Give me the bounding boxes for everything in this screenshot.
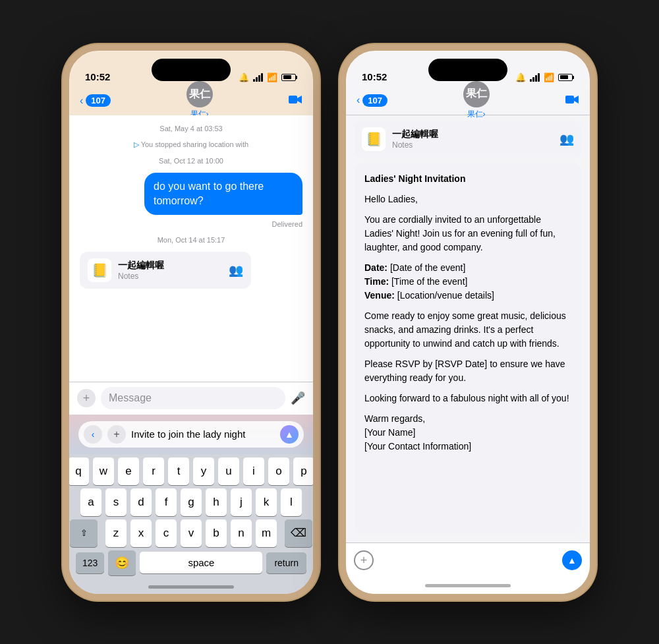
keyboard-row-2: a s d f g h j k l: [69, 485, 313, 516]
siri-add-button[interactable]: +: [107, 425, 126, 444]
back-badge[interactable]: 107: [86, 94, 111, 107]
back-badge-right[interactable]: 107: [362, 94, 387, 107]
notes-card-right[interactable]: 📒 一起編輯喔 Notes 👥: [354, 121, 582, 158]
key-o[interactable]: o: [268, 457, 289, 485]
date-label: Date:: [364, 262, 387, 273]
key-c[interactable]: c: [156, 519, 177, 547]
key-x[interactable]: x: [130, 519, 152, 547]
key-n[interactable]: n: [231, 519, 252, 547]
left-phone: 10:52 🔔 📶 ‹ 107 果仁: [63, 44, 320, 600]
contact-placeholder: [Your Contact Information]: [364, 441, 471, 452]
keyboard-row-3: ⇧ z x c v b n m ⌫: [69, 516, 313, 547]
key-g[interactable]: g: [181, 488, 202, 516]
key-u[interactable]: u: [218, 457, 239, 485]
notes-title-right: 一起編輯喔: [392, 129, 438, 140]
notes-app-icon-right: 📒: [362, 127, 386, 151]
venue-label: Venue:: [364, 290, 395, 301]
wifi-icon: 📶: [267, 73, 277, 82]
key-j[interactable]: j: [231, 488, 252, 516]
home-bar: [148, 585, 234, 589]
battery-icon: [281, 74, 297, 81]
key-d[interactable]: d: [130, 488, 152, 516]
person-icon: 👥: [229, 263, 243, 278]
bell-icon: 🔔: [239, 73, 249, 82]
signal-icon-right: [530, 73, 540, 82]
delivered-label: Delivered: [272, 220, 302, 228]
key-return[interactable]: return: [266, 552, 306, 573]
ai-message-bubble: Ladies' Night Invitation Hello Ladies, Y…: [354, 163, 582, 535]
wifi-icon-right: 📶: [544, 73, 554, 82]
keyboard-bottom-row: 123 😊 space return: [69, 547, 313, 581]
chevron-left-icon: ‹: [80, 95, 83, 107]
paragraph3: Please RSVP by [RSVP Date] to ensure we …: [364, 357, 571, 385]
right-send-button[interactable]: ▲: [562, 550, 582, 570]
message-input-bar: + Message 🎤: [69, 382, 313, 415]
key-space[interactable]: space: [140, 552, 262, 573]
date-value: [Date of the event]: [390, 262, 465, 273]
key-emoji[interactable]: 😊: [108, 550, 136, 575]
dynamic-island-right: [428, 59, 507, 81]
timestamp-3: Mon, Oct 14 at 15:17: [80, 236, 302, 244]
key-b[interactable]: b: [206, 519, 227, 547]
status-icons-right: 🔔 📶: [515, 73, 574, 82]
right-phone: 10:52 🔔 📶 ‹ 107 果仁: [339, 44, 596, 600]
nav-bar-left: ‹ 107 果仁 果仁›: [69, 86, 313, 115]
back-button-left[interactable]: ‹ 107: [80, 94, 111, 107]
siri-input-area: ‹ + Invite to join the lady night ▲: [69, 415, 313, 454]
key-k[interactable]: k: [256, 488, 277, 516]
time-label: Time:: [364, 276, 389, 287]
key-h[interactable]: h: [206, 488, 227, 516]
event-details: Date: [Date of the event] Time: [Time of…: [364, 261, 571, 303]
key-z[interactable]: z: [105, 519, 127, 547]
key-delete[interactable]: ⌫: [285, 519, 312, 547]
siri-back-button[interactable]: ‹: [84, 425, 102, 444]
key-p[interactable]: p: [293, 457, 314, 485]
key-r[interactable]: r: [143, 457, 164, 485]
name-placeholder: [Your Name]: [364, 427, 415, 438]
key-l[interactable]: l: [281, 488, 302, 516]
mic-button[interactable]: 🎤: [291, 391, 305, 405]
message-placeholder: Message: [109, 392, 152, 404]
location-icon: ▷: [134, 140, 139, 148]
key-a[interactable]: a: [80, 488, 101, 516]
right-add-button[interactable]: +: [354, 550, 374, 570]
key-y[interactable]: y: [193, 457, 214, 485]
notes-text-right: 一起編輯喔 Notes: [392, 129, 438, 150]
notes-subtitle: Notes: [118, 272, 164, 281]
battery-icon-right: [558, 74, 574, 81]
svg-rect-0: [289, 96, 297, 103]
notes-card-left[interactable]: 📒 一起編輯喔 Notes 👥: [80, 252, 251, 289]
key-w[interactable]: w: [93, 457, 114, 485]
key-q[interactable]: q: [68, 457, 89, 485]
keyboard-row-1: q w e r t y u i o p: [69, 454, 313, 485]
paragraph1: You are cordially invited to an unforget…: [364, 213, 571, 254]
notes-text: 一起編輯喔 Notes: [118, 260, 164, 281]
nav-bar-right: ‹ 107 果仁 果仁›: [346, 86, 590, 115]
chevron-left-icon-right: ‹: [357, 94, 360, 106]
siri-send-button[interactable]: ▲: [280, 425, 299, 444]
dynamic-island: [152, 59, 231, 81]
back-button-right[interactable]: ‹ 107: [357, 94, 387, 107]
key-t[interactable]: t: [168, 457, 189, 485]
siri-input-row[interactable]: ‹ + Invite to join the lady night ▲: [77, 420, 305, 449]
key-e[interactable]: e: [118, 457, 139, 485]
video-button-right[interactable]: [565, 93, 579, 108]
key-s[interactable]: s: [105, 488, 127, 516]
nav-center-left: 果仁 果仁›: [186, 81, 213, 120]
home-indicator-left: [69, 581, 313, 594]
key-shift[interactable]: ⇧: [70, 519, 98, 547]
message-field[interactable]: Message: [101, 387, 285, 409]
contact-name-right[interactable]: 果仁›: [467, 109, 486, 120]
key-m[interactable]: m: [256, 519, 277, 547]
key-123[interactable]: 123: [76, 552, 104, 573]
time-left: 10:52: [85, 71, 110, 82]
nav-center-right: 果仁 果仁›: [463, 81, 490, 120]
siri-text-input[interactable]: Invite to join the lady night: [131, 428, 275, 440]
key-i[interactable]: i: [243, 457, 264, 485]
key-f[interactable]: f: [156, 488, 177, 516]
key-v[interactable]: v: [181, 519, 202, 547]
video-button-left[interactable]: [288, 93, 302, 108]
add-button-left[interactable]: +: [77, 389, 96, 407]
closing: Warm regards,: [364, 413, 425, 424]
status-icons-left: 🔔 📶: [239, 73, 297, 82]
